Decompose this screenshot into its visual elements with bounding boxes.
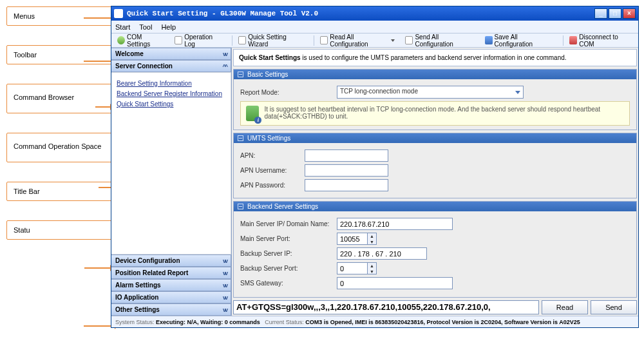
apn-label: APN: <box>240 152 305 159</box>
log-icon <box>175 36 182 44</box>
disconnect-icon <box>569 36 577 44</box>
chevron-down-icon: vv <box>223 258 227 264</box>
arrow-cmdbrowser <box>95 106 111 108</box>
chevron-down-icon <box>391 39 395 42</box>
application-window: Quick Start Setting - GL300W Manage Tool… <box>111 6 639 328</box>
msport-spinner[interactable]: ▲▼ <box>337 233 377 245</box>
description: Quick Start Settings is used to configur… <box>233 49 637 66</box>
msip-input[interactable] <box>337 218 453 230</box>
section-basic-header[interactable]: Basic Settings <box>234 70 636 79</box>
link-quick-start[interactable]: Quick Start Settings <box>117 101 225 108</box>
close-button[interactable]: × <box>623 8 636 19</box>
apn-pwd-label: APN Password: <box>240 182 305 189</box>
section-umts: UMTS Settings APN: APN Username: APN Pas… <box>233 133 637 198</box>
group-server-connection[interactable]: Server Connection^^ <box>111 60 231 72</box>
collapse-icon <box>238 204 243 209</box>
group-device-config[interactable]: Device Configurationvv <box>111 255 231 267</box>
maximize-button[interactable]: □ <box>609 8 621 19</box>
apn-pwd-input[interactable] <box>305 179 388 191</box>
bsport-label: Backup Server Port: <box>240 265 337 272</box>
command-operation-space: Quick Start Settings is used to configur… <box>232 48 638 316</box>
group-welcome[interactable]: Welcomevv <box>111 48 231 60</box>
server-links: Bearer Setting Information Backend Serve… <box>111 72 231 255</box>
section-backend: Backend Server Settings Main Server IP/ … <box>233 201 637 298</box>
command-preview[interactable]: AT+GTQSS=gl300w,,,3,,1,220.178.67.210,10… <box>233 300 539 314</box>
group-alarm[interactable]: Alarm Settingsvv <box>111 279 231 291</box>
link-backend-reg[interactable]: Backend Server Register Information <box>117 90 225 97</box>
menu-tool[interactable]: Tool <box>139 23 152 31</box>
minimize-button[interactable]: _ <box>594 8 607 19</box>
status-bar: System Status: Executing: N/A, Waiting: … <box>111 316 638 327</box>
tb-disconnect[interactable]: Disconnect to COM <box>566 32 634 50</box>
chevron-down-icon: vv <box>223 282 227 289</box>
tb-operation-log[interactable]: Operation Log <box>171 32 225 50</box>
app-icon <box>114 9 123 18</box>
command-browser: Welcomevv Server Connection^^ Bearer Set… <box>111 48 232 316</box>
section-basic: Basic Settings Report Mode: TCP long-con… <box>233 69 637 130</box>
msport-label: Main Server Port: <box>240 235 337 242</box>
section-backend-header[interactable]: Backend Server Settings <box>234 202 636 211</box>
apn-input[interactable] <box>305 149 388 162</box>
window-title: Quick Start Setting - GL300W Manage Tool… <box>127 10 318 17</box>
tb-read-all[interactable]: Read All Configuration <box>317 32 398 50</box>
link-bearer[interactable]: Bearer Setting Information <box>117 80 225 87</box>
sms-input[interactable] <box>337 277 453 289</box>
menu-help[interactable]: Help <box>161 23 176 31</box>
tb-send-all[interactable]: Send All Configuration <box>402 32 477 50</box>
note-box: It is suggest to set heartbeat interval … <box>240 101 630 126</box>
callout-title-bar: Title Bar <box>6 182 113 201</box>
tb-save-all[interactable]: Save All Configuration <box>482 32 557 50</box>
toolbar: COM Settings Operation Log Quick Setting… <box>111 34 638 48</box>
report-mode-label: Report Mode: <box>240 89 337 96</box>
wizard-icon <box>238 36 246 44</box>
chevron-down-icon: vv <box>223 294 227 301</box>
tb-quick-wizard[interactable]: Quick Setting Wizard <box>235 32 307 50</box>
report-mode-select[interactable]: TCP long-connection mode <box>337 86 524 99</box>
send-icon <box>405 36 413 44</box>
read-button[interactable]: Read <box>542 300 588 314</box>
apn-user-label: APN Username: <box>240 167 305 174</box>
tb-com-settings[interactable]: COM Settings <box>114 32 167 50</box>
read-icon <box>320 36 328 44</box>
send-button[interactable]: Send <box>591 300 637 314</box>
command-bar: AT+GTQSS=gl300w,,,3,,1,220.178.67.210,10… <box>233 300 637 314</box>
bsport-spinner[interactable]: ▲▼ <box>337 262 377 274</box>
chevron-down-icon: vv <box>223 307 227 313</box>
globe-icon <box>117 36 125 44</box>
spinner-arrows-icon[interactable]: ▲▼ <box>368 262 377 274</box>
chevron-down-icon: vv <box>223 51 227 57</box>
sms-label: SMS Gateway: <box>240 280 337 287</box>
group-other[interactable]: Other Settingsvv <box>111 303 231 316</box>
msip-label: Main Server IP/ Domain Name: <box>240 220 337 227</box>
callout-menus: Menus <box>6 6 113 26</box>
chevron-up-icon: ^^ <box>222 63 227 70</box>
title-bar[interactable]: Quick Start Setting - GL300W Manage Tool… <box>111 6 638 21</box>
group-io-app[interactable]: IO Applicationvv <box>111 291 231 303</box>
callout-statu: Statu <box>6 220 113 240</box>
spinner-arrows-icon[interactable]: ▲▼ <box>368 233 377 245</box>
section-umts-header[interactable]: UMTS Settings <box>234 133 636 143</box>
bsip-input[interactable] <box>337 247 427 260</box>
collapse-icon <box>238 135 243 141</box>
arrow-titlebar <box>84 267 111 269</box>
bsip-label: Backup Server IP: <box>240 250 337 257</box>
collapse-icon <box>238 72 243 77</box>
group-position-report[interactable]: Position Related Reportvv <box>111 267 231 279</box>
info-icon <box>246 106 259 121</box>
menu-start[interactable]: Start <box>115 23 130 31</box>
callout-command-op-space: Command Operation Space <box>6 133 113 162</box>
apn-user-input[interactable] <box>305 164 388 177</box>
callout-command-browser: Command Browser <box>6 84 113 113</box>
save-icon <box>485 36 493 44</box>
chevron-down-icon: vv <box>223 270 227 276</box>
